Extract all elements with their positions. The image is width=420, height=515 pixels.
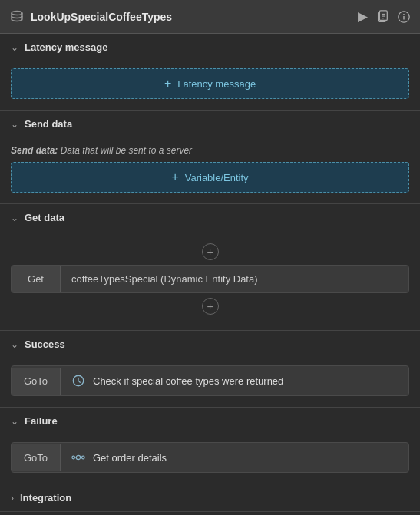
integration-title: Integration — [20, 492, 71, 503]
success-title: Success — [25, 338, 65, 350]
get-data-title: Get data — [25, 212, 64, 223]
success-chevron: ⌄ — [11, 339, 18, 350]
header: LookUpSpecialCoffeeTypes ▶ — [0, 0, 420, 34]
plus-icon: + — [164, 77, 171, 91]
send-data-header[interactable]: ⌄ Send data — [0, 111, 420, 137]
send-data-content: Send data: Data that will be sent to a s… — [0, 137, 420, 203]
backend-overrides-section-header[interactable]: › Backend connection overrides — [0, 512, 420, 515]
send-data-desc-italic: Data that will be sent to a server — [58, 145, 192, 156]
info-icon[interactable] — [397, 10, 411, 24]
plus-icon-2: + — [171, 170, 178, 184]
document-icon[interactable]: ▶ — [358, 8, 368, 25]
header-left: LookUpSpecialCoffeeTypes — [9, 9, 172, 25]
svg-rect-2 — [379, 10, 387, 20]
header-title: LookUpSpecialCoffeeTypes — [31, 11, 172, 23]
svg-point-12 — [82, 456, 85, 459]
get-data-value[interactable]: coffeeTypesSpecial (Dynamic Entity Data) — [61, 266, 408, 292]
svg-point-8 — [403, 13, 405, 15]
integration-section-header[interactable]: › Integration — [0, 484, 420, 512]
send-data-desc-prefix: Send data: — [11, 145, 58, 156]
send-data-title: Send data — [25, 118, 72, 130]
failure-goto-text: Get order details — [93, 452, 167, 464]
copy-doc-icon[interactable] — [375, 10, 389, 24]
success-header[interactable]: ⌄ Success — [0, 331, 420, 358]
add-after-get-button[interactable]: + — [202, 298, 219, 315]
goto-check-icon — [71, 374, 85, 388]
success-content: GoTo Check if special coffee types were … — [0, 358, 420, 407]
add-latency-message-button[interactable]: + Latency message — [11, 68, 409, 99]
failure-chevron: ⌄ — [11, 416, 18, 427]
goto-order-icon — [71, 451, 85, 464]
svg-point-10 — [76, 455, 80, 459]
get-data-content: + Get coffeeTypesSpecial (Dynamic Entity… — [0, 231, 420, 330]
success-section: ⌄ Success GoTo Check if special coffee t… — [0, 331, 420, 408]
failure-goto-label: GoTo — [12, 444, 61, 471]
get-data-row: Get coffeeTypesSpecial (Dynamic Entity D… — [11, 265, 409, 293]
svg-point-11 — [72, 456, 75, 459]
failure-content: GoTo Get order details — [0, 434, 420, 484]
latency-message-header[interactable]: ⌄ Latency message — [0, 34, 420, 61]
success-goto-content[interactable]: Check if special coffee types were retur… — [61, 366, 408, 395]
add-variable-entity-label: Variable/Entity — [185, 172, 249, 183]
failure-goto-row: GoTo Get order details — [11, 442, 409, 473]
failure-goto-content[interactable]: Get order details — [61, 443, 408, 472]
database-icon — [9, 9, 25, 25]
get-data-header[interactable]: ⌄ Get data — [0, 204, 420, 231]
send-data-description: Send data: Data that will be sent to a s… — [11, 145, 409, 156]
add-latency-message-label: Latency message — [177, 78, 256, 90]
latency-message-title: Latency message — [25, 41, 107, 53]
add-before-get-button[interactable]: + — [202, 243, 219, 260]
integration-chevron: › — [11, 493, 14, 503]
send-data-chevron: ⌄ — [11, 119, 18, 130]
latency-message-chevron: ⌄ — [11, 42, 18, 53]
failure-title: Failure — [25, 415, 58, 427]
header-actions: ▶ — [358, 8, 411, 25]
success-goto-text: Check if special coffee types were retur… — [93, 375, 283, 387]
get-label: Get — [12, 266, 61, 292]
add-variable-entity-button[interactable]: + Variable/Entity — [11, 162, 409, 193]
success-goto-label: GoTo — [12, 368, 61, 395]
get-data-area: + Get coffeeTypesSpecial (Dynamic Entity… — [11, 239, 409, 319]
failure-section: ⌄ Failure GoTo Get order details — [0, 408, 420, 484]
svg-point-0 — [12, 11, 22, 15]
latency-message-content: + Latency message — [0, 61, 420, 110]
get-data-chevron: ⌄ — [11, 213, 18, 223]
get-data-section: ⌄ Get data + Get coffeeTypesSpecial (Dyn… — [0, 204, 420, 331]
failure-header[interactable]: ⌄ Failure — [0, 408, 420, 434]
success-goto-row: GoTo Check if special coffee types were … — [11, 365, 409, 396]
latency-message-section: ⌄ Latency message + Latency message — [0, 34, 420, 111]
send-data-section: ⌄ Send data Send data: Data that will be… — [0, 111, 420, 204]
